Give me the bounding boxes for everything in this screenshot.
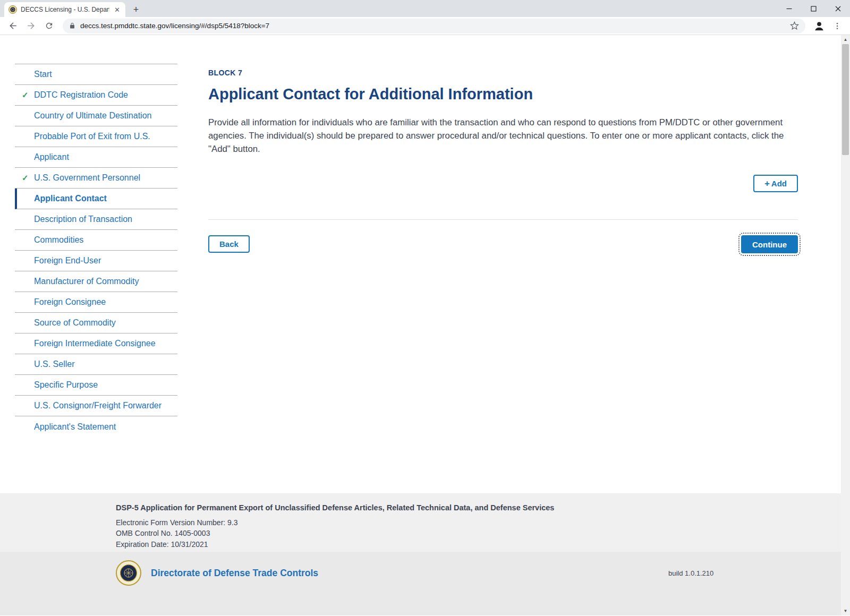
tab-title: DECCS Licensing - U.S. Departme bbox=[21, 6, 109, 13]
browser-tab[interactable]: DECCS Licensing - U.S. Departme ✕ bbox=[4, 2, 125, 17]
add-row: +Add bbox=[208, 175, 798, 192]
sidebar-item-label: U.S. Seller bbox=[34, 360, 74, 369]
sidebar-item-foreign-end-user[interactable]: Foreign End-User bbox=[15, 251, 177, 271]
form-actions: Back Continue bbox=[208, 235, 798, 253]
sidebar-nav-list: Start✓DDTC Registration CodeCountry of U… bbox=[15, 64, 177, 437]
add-button[interactable]: +Add bbox=[753, 175, 798, 192]
url-text: deccs.test.pmddtc.state.gov/licensing/#/… bbox=[80, 22, 785, 30]
sidebar-item-description-of-transaction[interactable]: Description of Transaction bbox=[15, 209, 177, 230]
sidebar-item-applicant[interactable]: Applicant bbox=[15, 147, 177, 168]
browser-toolbar: deccs.test.pmddtc.state.gov/licensing/#/… bbox=[0, 17, 850, 35]
sidebar-item-label: Applicant Contact bbox=[34, 194, 107, 203]
browser-titlebar: DECCS Licensing - U.S. Departme ✕ + bbox=[0, 0, 850, 17]
forward-button[interactable] bbox=[23, 19, 38, 33]
sidebar-item-label: Applicant's Statement bbox=[34, 422, 116, 432]
scrollbar-thumb[interactable] bbox=[842, 44, 849, 155]
sidebar-item-specific-purpose[interactable]: Specific Purpose bbox=[15, 375, 177, 396]
sidebar-item-start[interactable]: Start bbox=[15, 64, 177, 85]
sidebar-item-label: Foreign Consignee bbox=[34, 297, 106, 307]
plus-icon: + bbox=[764, 179, 770, 188]
sidebar-item-label: Foreign End-User bbox=[34, 256, 101, 266]
omb-control: OMB Control No. 1405-0003 bbox=[116, 528, 850, 539]
build-version: build 1.0.1.210 bbox=[668, 569, 713, 577]
sidebar-item-ddtc-registration-code[interactable]: ✓DDTC Registration Code bbox=[15, 85, 177, 106]
new-tab-button[interactable]: + bbox=[129, 2, 143, 17]
form-meta-footer: DSP-5 Application for Permanent Export o… bbox=[0, 493, 850, 552]
profile-avatar[interactable] bbox=[812, 19, 827, 33]
window-maximize-button[interactable] bbox=[801, 0, 826, 17]
favicon-seal-icon bbox=[8, 5, 17, 14]
main-content: BLOCK 7 Applicant Contact for Additional… bbox=[208, 69, 798, 253]
sidebar-item-u-s-seller[interactable]: U.S. Seller bbox=[15, 354, 177, 375]
window-minimize-button[interactable] bbox=[777, 0, 801, 17]
form-section-sidebar: Start✓DDTC Registration CodeCountry of U… bbox=[15, 64, 177, 437]
sidebar-item-foreign-intermediate-consignee[interactable]: Foreign Intermediate Consignee bbox=[15, 333, 177, 354]
address-bar[interactable]: deccs.test.pmddtc.state.gov/licensing/#/… bbox=[63, 19, 805, 33]
completed-check-icon: ✓ bbox=[22, 90, 29, 100]
sidebar-item-source-of-commodity[interactable]: Source of Commodity bbox=[15, 313, 177, 333]
sidebar-item-probable-port-of-exit-from-u-s-[interactable]: Probable Port of Exit from U.S. bbox=[15, 126, 177, 147]
section-divider bbox=[208, 219, 798, 220]
bookmark-star-icon[interactable] bbox=[790, 21, 799, 30]
sidebar-item-label: Applicant bbox=[34, 152, 69, 162]
back-button[interactable] bbox=[5, 19, 20, 33]
sidebar-item-u-s-consignor-freight-forwarder[interactable]: U.S. Consignor/Freight Forwarder bbox=[15, 396, 177, 416]
browser-menu-icon[interactable] bbox=[830, 19, 845, 33]
page-title: Applicant Contact for Additional Informa… bbox=[208, 85, 798, 103]
sidebar-item-label: Country of Ultimate Destination bbox=[34, 111, 151, 121]
sidebar-item-label: DDTC Registration Code bbox=[34, 90, 128, 100]
expiration-date: Expiration Date: 10/31/2021 bbox=[116, 539, 850, 550]
sidebar-item-label: U.S. Consignor/Freight Forwarder bbox=[34, 401, 162, 410]
form-title: DSP-5 Application for Permanent Export o… bbox=[116, 502, 850, 514]
scrollbar-up-arrow-icon[interactable]: ▲ bbox=[841, 35, 850, 44]
sidebar-item-u-s-government-personnel[interactable]: ✓U.S. Government Personnel bbox=[15, 168, 177, 189]
ddtc-seal-icon bbox=[116, 560, 141, 586]
continue-button[interactable]: Continue bbox=[741, 235, 798, 253]
sidebar-item-label: Start bbox=[34, 70, 52, 79]
window-close-button[interactable] bbox=[826, 0, 850, 17]
sidebar-item-foreign-consignee[interactable]: Foreign Consignee bbox=[15, 292, 177, 313]
sidebar-item-label: Foreign Intermediate Consignee bbox=[34, 339, 156, 348]
completed-check-icon: ✓ bbox=[22, 173, 29, 183]
sidebar-item-label: U.S. Government Personnel bbox=[34, 173, 140, 183]
ssl-lock-icon bbox=[69, 22, 75, 29]
brand-footer: Directorate of Defense Trade Controls bu… bbox=[0, 552, 850, 615]
org-name: Directorate of Defense Trade Controls bbox=[151, 568, 318, 579]
sidebar-item-country-of-ultimate-destination[interactable]: Country of Ultimate Destination bbox=[15, 106, 177, 126]
sidebar-item-label: Specific Purpose bbox=[34, 380, 98, 390]
form-version: Electronic Form Version Number: 9.3 bbox=[116, 517, 850, 528]
sidebar-item-commodities[interactable]: Commodities bbox=[15, 230, 177, 251]
tab-close-icon[interactable]: ✕ bbox=[113, 6, 121, 14]
sidebar-item-label: Manufacturer of Commodity bbox=[34, 277, 139, 286]
app-page: Start✓DDTC Registration CodeCountry of U… bbox=[0, 35, 850, 615]
page-description: Provide all information for individuals … bbox=[208, 116, 797, 156]
sidebar-item-applicant-contact[interactable]: Applicant Contact bbox=[15, 189, 177, 209]
sidebar-item-label: Source of Commodity bbox=[34, 318, 116, 328]
back-button-form[interactable]: Back bbox=[208, 235, 250, 253]
sidebar-item-label: Probable Port of Exit from U.S. bbox=[34, 132, 150, 141]
sidebar-item-applicant-s-statement[interactable]: Applicant's Statement bbox=[15, 416, 177, 437]
sidebar-item-manufacturer-of-commodity[interactable]: Manufacturer of Commodity bbox=[15, 271, 177, 292]
scrollbar-down-arrow-icon[interactable]: ▼ bbox=[841, 606, 850, 615]
block-label: BLOCK 7 bbox=[208, 69, 798, 76]
page-scrollbar[interactable]: ▲ ▼ bbox=[841, 35, 850, 615]
sidebar-item-label: Commodities bbox=[34, 235, 83, 245]
sidebar-item-label: Description of Transaction bbox=[34, 215, 132, 224]
refresh-button[interactable] bbox=[41, 19, 56, 33]
